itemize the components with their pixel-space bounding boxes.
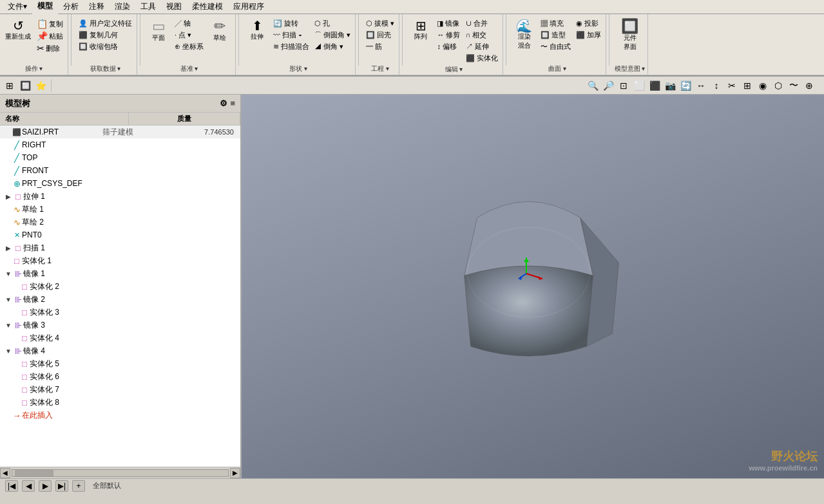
menu-file[interactable]: 文件▾ [3,0,32,14]
wireframe-icon[interactable]: ⬜ [632,79,646,93]
tree-item-solid8[interactable]: □ 实体化 8 [0,396,240,409]
thicken-button[interactable]: ⬛ 加厚 [574,30,603,41]
rotate-button[interactable]: 🔄 旋转 [271,18,311,29]
nav-last-btn[interactable]: ▶| [55,480,68,492]
shaded-icon[interactable]: ⬛ [647,79,662,93]
tree-item-top[interactable]: ╱ TOP [0,151,240,164]
surface-blend-button[interactable]: 🌊 渲染混合 [512,18,537,51]
viewport[interactable]: 野火论坛 www.proewildfire.cn [242,95,824,478]
extend-button[interactable]: ↗ 延伸 [464,41,500,52]
coord-button[interactable]: ⊕ 坐标系 [173,41,206,52]
tree-item-right[interactable]: ╱ RIGHT [0,138,240,151]
tree-item-sketch1[interactable]: ∿ 草绘 1 [0,203,240,216]
merge-button[interactable]: ∪ 合并 [464,18,500,29]
plane-button[interactable]: ▭ 平面 [146,18,171,44]
tree-item-solid1[interactable]: □ 实体化 1 [0,254,240,267]
trim-button[interactable]: ↔ 修剪 [435,30,462,41]
point-button[interactable]: · 点 ▾ [173,30,206,41]
camera-icon[interactable]: 📷 [663,79,677,93]
copy-button[interactable]: 📋复制 [35,18,65,30]
tree-menu-icon[interactable]: ≡ [230,98,235,108]
tree-item-sweep1[interactable]: ▶ □ 扫描 1 [0,241,240,254]
tree-item-sketch2[interactable]: ∿ 草绘 2 [0,216,240,229]
menu-view[interactable]: 视图 [161,0,187,14]
scroll-left-btn[interactable]: ◀ [0,468,10,478]
tree-item-solid3[interactable]: □ 实体化 3 [0,306,240,319]
zoom-in-icon[interactable]: 🔍 [586,79,600,93]
tree-scroll-track[interactable] [12,469,229,477]
tree-item-mirror4[interactable]: ▼ ⊪ 镜像 4 [0,344,240,357]
regenerate-button[interactable]: ↺ 重新生成 [3,18,34,42]
pattern-button[interactable]: ⊞ 阵列 [408,18,434,42]
sweep-blend-button[interactable]: ≋ 扫描混合 [271,41,311,52]
menu-annotation[interactable]: 注释 [84,0,110,14]
extrude-button[interactable]: ⬆ 拉伸 [244,18,270,42]
grid-icon[interactable]: ⊞ [740,79,754,93]
component-interface-button[interactable]: 🔲 元件界面 [617,18,643,53]
tree-item-solid5[interactable]: □ 实体化 5 [0,357,240,370]
solidify-button[interactable]: ⬛ 实体化 [464,53,500,64]
cross-icon[interactable]: ⊕ [802,79,816,93]
hex-icon[interactable]: ⬡ [771,79,785,93]
mirror1-expand[interactable]: ▼ [4,269,13,278]
sweep-button[interactable]: 〰 扫描 ▾ [271,30,311,41]
freeform-button[interactable]: 〜 自由式 [539,41,573,52]
tree-scroll-thumb[interactable] [15,470,53,476]
zoom-icon2[interactable]: ↕ [709,79,723,93]
tree-item-pnt0[interactable]: ✕ PNT0 [0,229,240,241]
menu-analysis[interactable]: 分析 [58,0,84,14]
axis-button[interactable]: ╱ 轴 [173,18,206,29]
intersect-button[interactable]: ∩ 相交 [464,30,500,41]
sketch-button[interactable]: ✏ 草绘 [207,18,233,44]
nav-next-btn[interactable]: ▶ [39,480,52,492]
tree-settings-icon[interactable]: ⚙ [220,98,227,108]
zoom-out-icon[interactable]: 🔎 [601,79,615,93]
tree-item-mirror2[interactable]: ▼ ⊪ 镜像 2 [0,293,240,306]
draft-button[interactable]: ⬡ 拔模 ▾ [364,18,396,29]
tree-item-csys[interactable]: ⊕ PRT_CSYS_DEF [0,177,240,190]
shrinkwrap-button[interactable]: 🔲 收缩包络 [77,41,134,52]
nav-add-btn[interactable]: + [72,480,85,492]
root-expand[interactable] [3,127,12,136]
tree-item-solid4[interactable]: □ 实体化 4 [0,331,240,344]
rotate-view-icon[interactable]: 🔄 [678,79,693,93]
fill-button[interactable]: ▦ 填充 [539,18,573,29]
tree-item-solid7[interactable]: □ 实体化 7 [0,383,240,396]
tree-item-insert-here[interactable]: → 在此插入 [0,409,240,422]
delete-button[interactable]: ✂删除 [35,42,65,54]
shell-button[interactable]: 🔲 回壳 [364,30,396,41]
sweep1-expand[interactable]: ▶ [4,243,13,252]
menu-apps[interactable]: 应用程序 [228,0,269,14]
user-feature-button[interactable]: 👤 用户定义特征 [77,18,134,29]
chamfer-button[interactable]: ◢ 倒角 ▾ [312,41,352,52]
tree-item-root[interactable]: ⬛ SAIZI.PRT 筛子建模 7.746530 [0,126,240,138]
star-icon[interactable]: ⭐ [34,79,48,93]
menu-flexible[interactable]: 柔性建模 [187,0,228,14]
mirror2-expand[interactable]: ▼ [4,295,13,304]
tree-item-solid2[interactable]: □ 实体化 2 [0,280,240,293]
paste-button[interactable]: 📌粘贴 [35,30,65,42]
tree-item-solid6[interactable]: □ 实体化 6 [0,370,240,383]
layout-icon[interactable]: ⊞ [3,79,17,93]
circle-icon[interactable]: ◉ [756,79,770,93]
nav-prev-btn[interactable]: ◀ [22,480,35,492]
mirror3-expand[interactable]: ▼ [4,321,13,330]
menu-model[interactable]: 模型 [32,0,58,14]
wave-icon[interactable]: 〜 [787,79,801,93]
rib-button[interactable]: ━ 筋 [364,41,396,52]
mirror4-expand[interactable]: ▼ [4,346,13,355]
tree-item-mirror3[interactable]: ▼ ⊪ 镜像 3 [0,319,240,331]
offset-button[interactable]: ↕ 偏移 [435,41,462,52]
menu-tools[interactable]: 工具 [135,0,161,14]
tree-item-front[interactable]: ╱ FRONT [0,164,240,177]
menu-render[interactable]: 渲染 [110,0,135,14]
tree-item-mirror1[interactable]: ▼ ⊪ 镜像 1 [0,267,240,280]
extrude1-expand[interactable]: ▶ [4,192,13,201]
style-button[interactable]: 🔲 造型 [539,30,573,41]
hole-button[interactable]: ⬡ 孔 [312,18,352,29]
tree-item-extrude1[interactable]: ▶ □ 拉伸 1 [0,190,240,203]
zoom-fit-icon[interactable]: ⊡ [617,79,631,93]
mirror-button[interactable]: ◨ 镜像 [435,18,462,29]
pan-icon[interactable]: ↔ [694,79,708,93]
round-button[interactable]: ⌒ 倒圆角 ▾ [312,30,352,41]
